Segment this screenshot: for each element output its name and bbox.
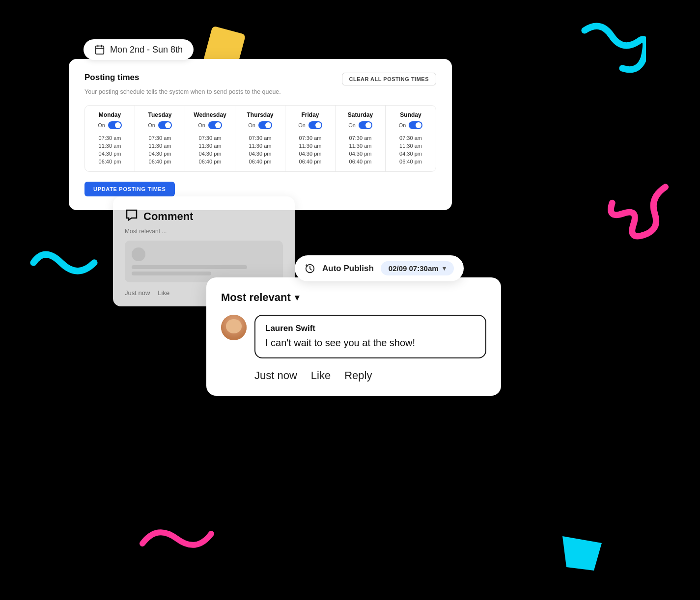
posting-subtitle: Your posting schedule tells the system w… [84, 88, 436, 95]
toggle-switch-sunday[interactable] [409, 121, 422, 129]
most-relevant-label: Most relevant [221, 291, 291, 304]
speech-bubble-icon [125, 208, 139, 222]
placeholder-avatar [132, 247, 145, 261]
day-col-monday: Monday On 07:30 am 11:30 am 04:30 pm 06:… [85, 106, 135, 171]
day-name-friday: Friday [289, 111, 331, 118]
calendar-icon [94, 44, 105, 55]
toggle-switch-tuesday[interactable] [158, 121, 172, 129]
time-slot: 06:40 pm [239, 158, 281, 165]
comment-card-behind-title: Comment [125, 208, 283, 225]
toggle-label-wednesday: On [198, 122, 205, 128]
day-toggle-thursday[interactable]: On [239, 121, 281, 129]
comment-reply-button[interactable]: Reply [344, 369, 372, 382]
time-slot: 07:30 am [289, 134, 331, 142]
time-slot: 11:30 am [239, 142, 281, 150]
time-slot: 06:40 pm [89, 158, 131, 165]
toggle-switch-thursday[interactable] [258, 121, 272, 129]
time-slot: 11:30 am [339, 142, 381, 150]
posting-times-card: Posting times CLEAR ALL POSTING TIMES Yo… [69, 59, 452, 210]
time-slot: 06:40 pm [289, 158, 331, 165]
day-col-friday: Friday On 07:30 am 11:30 am 04:30 pm 06:… [285, 106, 336, 171]
time-slot: 07:30 am [239, 134, 281, 142]
toggle-label-sunday: On [399, 122, 406, 128]
time-slot: 11:30 am [289, 142, 331, 150]
time-slot: 06:40 pm [189, 158, 231, 165]
time-slot: 04:30 pm [89, 150, 131, 158]
comment-like-small[interactable]: Like [158, 289, 169, 297]
time-slot: 11:30 am [390, 142, 432, 150]
deco-cyan-bottom [562, 536, 602, 571]
comment-footer: Just now Like Reply [221, 369, 486, 382]
toggle-label-friday: On [298, 122, 306, 128]
auto-publish-label: Auto Publish [322, 264, 374, 273]
day-name-saturday: Saturday [339, 111, 381, 118]
time-slot: 11:30 am [89, 142, 131, 150]
day-toggle-wednesday[interactable]: On [189, 121, 231, 129]
comment-author: Lauren Swift [265, 324, 476, 333]
day-name-sunday: Sunday [390, 111, 432, 118]
posting-title: Posting times [84, 73, 139, 82]
comment-relevant-small: Most relevant ... [125, 228, 283, 235]
comment-placeholder-box [125, 241, 283, 282]
day-toggle-monday[interactable]: On [89, 121, 131, 129]
days-grid: Monday On 07:30 am 11:30 am 04:30 pm 06:… [84, 105, 436, 172]
deco-cyan-squiggle-top [577, 20, 646, 74]
day-name-monday: Monday [89, 111, 131, 118]
toggle-switch-monday[interactable] [108, 121, 122, 129]
toggle-switch-saturday[interactable] [359, 121, 372, 129]
date-pill-label: Mon 2nd - Sun 8th [110, 45, 183, 55]
day-toggle-sunday[interactable]: On [390, 121, 432, 129]
posting-card-header: Posting times CLEAR ALL POSTING TIMES [84, 73, 436, 85]
svg-rect-0 [96, 46, 104, 55]
placeholder-line-short [132, 272, 211, 275]
time-slot: 06:40 pm [339, 158, 381, 165]
comment-icon-behind [125, 208, 139, 225]
comment-text: I can't wait to see you at the show! [265, 336, 476, 350]
chevron-down-bold-icon[interactable]: ▾ [295, 292, 299, 303]
toggle-switch-wednesday[interactable] [208, 121, 222, 129]
day-name-wednesday: Wednesday [189, 111, 231, 118]
auto-publish-date-pill[interactable]: 02/09 07:30am ▾ [381, 261, 454, 275]
day-col-tuesday: Tuesday On 07:30 am 11:30 am 04:30 pm 06… [135, 106, 185, 171]
day-col-saturday: Saturday On 07:30 am 11:30 am 04:30 pm 0… [336, 106, 386, 171]
toggle-label-monday: On [98, 122, 105, 128]
time-slot: 04:30 pm [289, 150, 331, 158]
time-slot: 11:30 am [139, 142, 181, 150]
toggle-label-tuesday: On [148, 122, 155, 128]
toggle-switch-friday[interactable] [308, 121, 322, 129]
day-toggle-friday[interactable]: On [289, 121, 331, 129]
day-col-sunday: Sunday On 07:30 am 11:30 am 04:30 pm 06:… [386, 106, 436, 171]
time-slot: 07:30 am [390, 134, 432, 142]
time-slot: 04:30 pm [189, 150, 231, 158]
time-slot: 04:30 pm [339, 150, 381, 158]
time-slot: 04:30 pm [390, 150, 432, 158]
avatar [221, 315, 247, 340]
schedule-icon [305, 263, 315, 274]
clear-all-button[interactable]: CLEAR ALL POSTING TIMES [342, 73, 436, 85]
update-posting-times-button[interactable]: UPDATE POSTING TIMES [84, 182, 175, 196]
time-slot: 06:40 pm [390, 158, 432, 165]
day-toggle-saturday[interactable]: On [339, 121, 381, 129]
comment-bubble: Lauren Swift I can't wait to see you at … [254, 315, 486, 358]
comment-time: Just now [254, 369, 297, 382]
toggle-label-saturday: On [348, 122, 356, 128]
time-slot: 07:30 am [139, 134, 181, 142]
time-slot: 04:30 pm [239, 150, 281, 158]
avatar-image [221, 315, 247, 340]
day-toggle-tuesday[interactable]: On [139, 121, 181, 129]
comment-like-button[interactable]: Like [311, 369, 331, 382]
most-relevant-row: Most relevant ▾ [221, 291, 486, 304]
placeholder-line-long [132, 265, 247, 269]
comment-card-main: Most relevant ▾ Lauren Swift I can't wai… [206, 277, 501, 396]
placeholder-lines [132, 265, 276, 275]
day-col-wednesday: Wednesday On 07:30 am 11:30 am 04:30 pm … [185, 106, 235, 171]
time-slot: 06:40 pm [139, 158, 181, 165]
date-pill: Mon 2nd - Sun 8th [84, 39, 194, 60]
deco-pink-squiggle-right [599, 182, 673, 245]
time-slot: 04:30 pm [139, 150, 181, 158]
auto-publish-icon [305, 263, 315, 274]
time-slot: 07:30 am [189, 134, 231, 142]
day-name-thursday: Thursday [239, 111, 281, 118]
chevron-down-icon: ▾ [443, 265, 446, 272]
deco-pink-squiggle-bottom [133, 519, 221, 553]
